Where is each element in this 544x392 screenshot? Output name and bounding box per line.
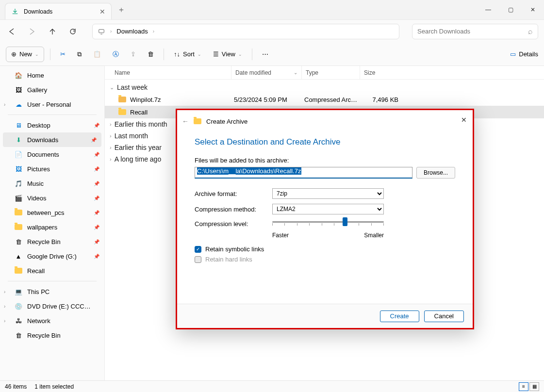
pin-icon: 📌 bbox=[94, 152, 99, 157]
sidebar-music[interactable]: 🎵Music📌 bbox=[0, 176, 104, 191]
tab-title: Downloads bbox=[24, 8, 95, 15]
home-icon: 🏠 bbox=[15, 71, 22, 79]
column-name[interactable]: Name bbox=[105, 69, 231, 76]
sidebar-desktop[interactable]: 🖥Desktop📌 bbox=[0, 118, 104, 132]
column-type[interactable]: Type bbox=[301, 66, 360, 79]
pin-icon: 📌 bbox=[94, 166, 99, 172]
group-last-week[interactable]: ⌄Last week bbox=[105, 82, 544, 93]
sidebar-google-drive[interactable]: ▲Google Drive (G:)📌 bbox=[0, 249, 104, 263]
search-icon[interactable]: ⌕ bbox=[528, 27, 533, 36]
chevron-right-icon[interactable]: › bbox=[4, 102, 5, 107]
back-button[interactable] bbox=[6, 26, 17, 37]
minimize-button[interactable]: — bbox=[477, 0, 499, 19]
rename-icon: Ⓐ bbox=[113, 50, 119, 59]
chevron-right-icon[interactable]: › bbox=[4, 304, 5, 309]
address-bar[interactable]: › Downloads › bbox=[92, 24, 399, 39]
sidebar-gallery[interactable]: 🖼Gallery bbox=[0, 82, 104, 97]
sidebar-home[interactable]: 🏠Home bbox=[0, 68, 104, 82]
details-view-button[interactable]: ≡ bbox=[519, 382, 528, 391]
cloud-icon: ☁ bbox=[15, 100, 22, 108]
sidebar-between-pcs[interactable]: between_pcs📌 bbox=[0, 205, 104, 220]
view-button[interactable]: ☰ View ⌄ bbox=[209, 47, 246, 62]
share-button[interactable]: ⇪ bbox=[127, 47, 140, 62]
close-tab-icon[interactable]: ✕ bbox=[99, 8, 105, 16]
download-icon: ⬇ bbox=[15, 136, 22, 144]
file-row[interactable]: Winpilot.7z 5/23/2024 5:09 PM Compressed… bbox=[105, 93, 544, 106]
close-icon[interactable]: ✕ bbox=[461, 116, 467, 124]
folder-icon bbox=[118, 108, 126, 116]
archive-path-input[interactable]: C:\Users\m__la\Downloads\Recall.7z bbox=[195, 167, 412, 179]
window-tab[interactable]: Downloads ✕ bbox=[5, 3, 112, 19]
column-size[interactable]: Size bbox=[360, 66, 403, 79]
delete-button[interactable]: 🗑 bbox=[144, 47, 158, 62]
chevron-right-icon: › bbox=[153, 29, 154, 34]
cut-button[interactable]: ✂ bbox=[56, 47, 69, 62]
chevron-right-icon[interactable]: › bbox=[4, 318, 5, 324]
maximize-button[interactable]: ▢ bbox=[499, 0, 522, 19]
paste-button[interactable]: 📋 bbox=[89, 47, 105, 62]
sidebar-this-pc[interactable]: ›💻This PC bbox=[0, 284, 104, 299]
gallery-icon: 🖼 bbox=[15, 86, 22, 94]
back-icon[interactable]: ← bbox=[182, 117, 189, 125]
navbar: › Downloads › ⌕ bbox=[0, 19, 544, 43]
up-button[interactable] bbox=[47, 26, 58, 37]
chevron-right-icon[interactable]: › bbox=[4, 289, 5, 294]
sidebar-recycle-bin[interactable]: 🗑Recycle Bin📌 bbox=[0, 234, 104, 249]
compression-level-slider[interactable] bbox=[272, 219, 384, 229]
recycle-icon: 🗑 bbox=[15, 331, 22, 339]
search-input[interactable] bbox=[417, 28, 528, 35]
network-icon: 🖧 bbox=[15, 317, 22, 325]
sidebar-dvd[interactable]: ›💿DVD Drive (E:) CCCOMA_X64 bbox=[0, 299, 104, 313]
rename-button[interactable]: Ⓐ bbox=[109, 47, 123, 62]
details-icon: ▭ bbox=[510, 50, 516, 58]
archive-format-select[interactable]: 7zip bbox=[272, 188, 384, 199]
chevron-right-icon: › bbox=[110, 29, 112, 34]
chevron-down-icon: ⌄ bbox=[198, 52, 201, 57]
sidebar-network[interactable]: ›🖧Network bbox=[0, 313, 104, 328]
disc-icon: 💿 bbox=[15, 302, 22, 310]
checkbox-icon: ✓ bbox=[195, 246, 201, 253]
command-bar: ⊕ New ⌄ ✂ ⧉ 📋 Ⓐ ⇪ 🗑 ↑↓ Sort ⌄ ☰ View ⌄ ⋯… bbox=[0, 43, 544, 66]
new-button[interactable]: ⊕ New ⌄ bbox=[6, 47, 44, 62]
breadcrumb-location[interactable]: Downloads bbox=[116, 28, 148, 35]
forward-button[interactable] bbox=[26, 26, 38, 37]
pin-icon: 📌 bbox=[94, 181, 99, 186]
new-tab-button[interactable]: ＋ bbox=[117, 5, 125, 15]
browse-button[interactable]: Browse... bbox=[416, 167, 455, 179]
create-button[interactable]: Create bbox=[380, 310, 419, 322]
sidebar-downloads[interactable]: ⬇Downloads📌 bbox=[3, 132, 101, 147]
sidebar-wallpapers[interactable]: wallpapers📌 bbox=[0, 220, 104, 234]
cancel-button[interactable]: Cancel bbox=[424, 310, 464, 322]
more-button[interactable]: ⋯ bbox=[258, 47, 272, 62]
chevron-right-icon: › bbox=[110, 145, 112, 150]
trash-icon: 🗑 bbox=[148, 50, 154, 58]
method-label: Compression method: bbox=[195, 206, 272, 213]
sort-button[interactable]: ↑↓ Sort ⌄ bbox=[170, 47, 205, 62]
column-date[interactable]: Date modified bbox=[231, 66, 301, 79]
dialog-title: Create Archive bbox=[206, 118, 247, 125]
chevron-right-icon: › bbox=[110, 156, 112, 162]
chevron-right-icon: › bbox=[110, 133, 112, 139]
sidebar-documents[interactable]: 📄Documents📌 bbox=[0, 147, 104, 162]
format-label: Archive format: bbox=[195, 190, 272, 197]
pin-icon: 📌 bbox=[94, 196, 99, 201]
search-box[interactable]: ⌕ bbox=[412, 24, 538, 39]
close-button[interactable]: ✕ bbox=[522, 0, 544, 19]
slider-thumb[interactable] bbox=[343, 217, 347, 226]
details-pane-button[interactable]: ▭ Details bbox=[510, 50, 538, 58]
compression-method-select[interactable]: LZMA2 bbox=[272, 204, 384, 214]
pin-icon: 📌 bbox=[94, 225, 99, 230]
chevron-down-icon: ⌄ bbox=[110, 84, 114, 91]
refresh-button[interactable] bbox=[67, 26, 79, 37]
sidebar-pictures[interactable]: 🖼Pictures📌 bbox=[0, 162, 104, 176]
archive-icon bbox=[118, 96, 126, 103]
sidebar-videos[interactable]: 🎬Videos📌 bbox=[0, 191, 104, 205]
retain-symlinks-checkbox[interactable]: ✓ Retain symbolic links bbox=[195, 245, 455, 253]
pc-icon: 💻 bbox=[15, 288, 22, 295]
thumbnails-view-button[interactable]: ▦ bbox=[529, 382, 539, 391]
sidebar-recycle-bin-2[interactable]: 🗑Recycle Bin bbox=[0, 328, 104, 343]
sidebar-onedrive[interactable]: ›☁User - Personal bbox=[0, 97, 104, 112]
sidebar-recall[interactable]: Recall bbox=[0, 263, 104, 278]
copy-button[interactable]: ⧉ bbox=[73, 47, 85, 62]
titlebar: Downloads ✕ ＋ — ▢ ✕ bbox=[0, 0, 544, 19]
